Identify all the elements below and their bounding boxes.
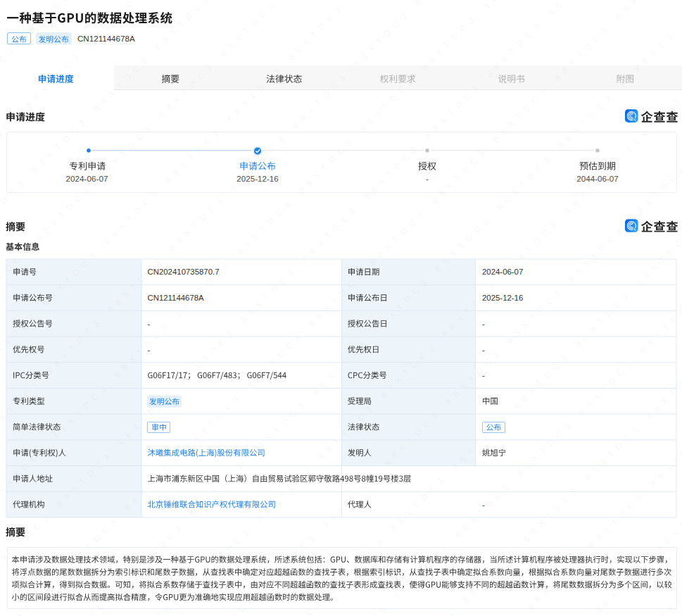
svg-text:-: - (148, 346, 151, 354)
svg-text:2025-12-16: 2025-12-16 (482, 294, 523, 302)
svg-text:-: - (482, 501, 485, 509)
svg-text:2025-12-16: 2025-12-16 (236, 174, 278, 183)
svg-text:-: - (482, 320, 485, 328)
svg-text:-: - (148, 320, 151, 328)
svg-text:2044-06-07: 2044-06-07 (576, 174, 618, 183)
svg-text:CN202410735870.7: CN202410735870.7 (148, 268, 220, 276)
svg-text:-: - (482, 346, 485, 354)
svg-text:CN121144678A: CN121144678A (148, 294, 205, 302)
svg-text:CN121144678A: CN121144678A (77, 34, 135, 43)
svg-text:-: - (482, 371, 485, 379)
svg-text:2024-06-07: 2024-06-07 (66, 174, 108, 183)
svg-text:-: - (426, 174, 429, 183)
svg-text:2024-06-07: 2024-06-07 (482, 268, 523, 276)
